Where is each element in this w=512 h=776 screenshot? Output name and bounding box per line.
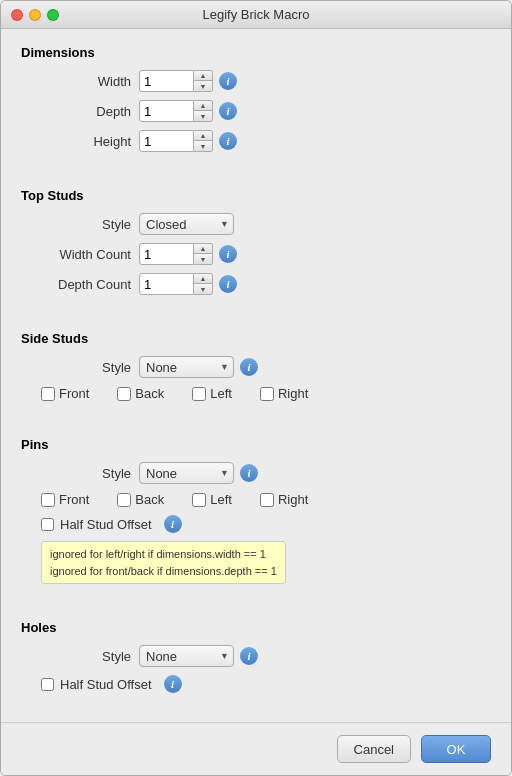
side-studs-style-label: Style bbox=[41, 360, 131, 375]
side-studs-right: Right bbox=[260, 386, 308, 401]
window-title: Legify Brick Macro bbox=[203, 7, 310, 22]
depth-count-down[interactable]: ▼ bbox=[194, 284, 212, 294]
top-studs-style-wrapper[interactable]: Closed Open None ▼ bbox=[139, 213, 234, 235]
pins-half-stud-checkbox[interactable] bbox=[41, 518, 54, 531]
minimize-button[interactable] bbox=[29, 9, 41, 21]
holes-half-stud-info-button[interactable]: i bbox=[164, 675, 182, 693]
height-row: Height ▲ ▼ i bbox=[21, 130, 491, 152]
pins-front: Front bbox=[41, 492, 89, 507]
side-studs-left-checkbox[interactable] bbox=[192, 387, 206, 401]
side-studs-front-checkbox[interactable] bbox=[41, 387, 55, 401]
depth-spinner[interactable]: ▲ ▼ bbox=[139, 100, 213, 122]
width-count-label: Width Count bbox=[41, 247, 131, 262]
pins-half-stud-row: Half Stud Offset i bbox=[21, 515, 491, 533]
maximize-button[interactable] bbox=[47, 9, 59, 21]
height-down[interactable]: ▼ bbox=[194, 141, 212, 151]
cancel-button[interactable]: Cancel bbox=[337, 735, 411, 763]
pins-front-checkbox[interactable] bbox=[41, 493, 55, 507]
section-pins: Pins bbox=[21, 437, 491, 452]
pins-tooltip: ignored for left/right if dimensions.wid… bbox=[41, 541, 286, 584]
pins-back-label: Back bbox=[135, 492, 164, 507]
titlebar-buttons bbox=[11, 9, 59, 21]
pins-left-label: Left bbox=[210, 492, 232, 507]
side-studs-right-label: Right bbox=[278, 386, 308, 401]
pins-half-stud-info-button[interactable]: i bbox=[164, 515, 182, 533]
width-count-row: Width Count ▲ ▼ i bbox=[21, 243, 491, 265]
width-up[interactable]: ▲ bbox=[194, 71, 212, 81]
width-count-spinner[interactable]: ▲ ▼ bbox=[139, 243, 213, 265]
holes-style-label: Style bbox=[41, 649, 131, 664]
holes-half-stud-label: Half Stud Offset bbox=[60, 677, 152, 692]
pins-tooltip-line2: ignored for front/back if dimensions.dep… bbox=[50, 563, 277, 580]
side-studs-style-info-button[interactable]: i bbox=[240, 358, 258, 376]
height-label: Height bbox=[41, 134, 131, 149]
depth-count-info-button[interactable]: i bbox=[219, 275, 237, 293]
holes-style-wrapper[interactable]: None Round Square ▼ bbox=[139, 645, 234, 667]
height-spinner[interactable]: ▲ ▼ bbox=[139, 130, 213, 152]
depth-info-button[interactable]: i bbox=[219, 102, 237, 120]
pins-front-label: Front bbox=[59, 492, 89, 507]
width-count-arrows[interactable]: ▲ ▼ bbox=[194, 243, 213, 265]
side-studs-style-wrapper[interactable]: None Closed Open ▼ bbox=[139, 356, 234, 378]
depth-count-input[interactable] bbox=[139, 273, 194, 295]
pins-right-checkbox[interactable] bbox=[260, 493, 274, 507]
titlebar: Legify Brick Macro bbox=[1, 1, 511, 29]
pins-style-select[interactable]: None Single Double bbox=[139, 462, 234, 484]
pins-left-checkbox[interactable] bbox=[192, 493, 206, 507]
pins-half-stud-label: Half Stud Offset bbox=[60, 517, 152, 532]
width-row: Width ▲ ▼ i bbox=[21, 70, 491, 92]
pins-right-label: Right bbox=[278, 492, 308, 507]
pins-back: Back bbox=[117, 492, 164, 507]
holes-style-row: Style None Round Square ▼ i bbox=[21, 645, 491, 667]
width-down[interactable]: ▼ bbox=[194, 81, 212, 91]
depth-arrows[interactable]: ▲ ▼ bbox=[194, 100, 213, 122]
top-studs-style-row: Style Closed Open None ▼ bbox=[21, 213, 491, 235]
pins-back-checkbox[interactable] bbox=[117, 493, 131, 507]
height-up[interactable]: ▲ bbox=[194, 131, 212, 141]
depth-up[interactable]: ▲ bbox=[194, 101, 212, 111]
top-studs-style-select[interactable]: Closed Open None bbox=[139, 213, 234, 235]
width-count-down[interactable]: ▼ bbox=[194, 254, 212, 264]
section-side-studs: Side Studs bbox=[21, 331, 491, 346]
width-count-info-button[interactable]: i bbox=[219, 245, 237, 263]
depth-label: Depth bbox=[41, 104, 131, 119]
side-studs-style-row: Style None Closed Open ▼ i bbox=[21, 356, 491, 378]
side-studs-left-label: Left bbox=[210, 386, 232, 401]
side-studs-checkbox-group: Front Back Left Right bbox=[41, 386, 491, 401]
height-arrows[interactable]: ▲ ▼ bbox=[194, 130, 213, 152]
depth-count-spinner[interactable]: ▲ ▼ bbox=[139, 273, 213, 295]
window: Legify Brick Macro Dimensions Width ▲ ▼ … bbox=[0, 0, 512, 776]
side-studs-front: Front bbox=[41, 386, 89, 401]
depth-input[interactable] bbox=[139, 100, 194, 122]
side-studs-style-select[interactable]: None Closed Open bbox=[139, 356, 234, 378]
side-studs-right-checkbox[interactable] bbox=[260, 387, 274, 401]
holes-half-stud-checkbox[interactable] bbox=[41, 678, 54, 691]
main-content: Dimensions Width ▲ ▼ i Depth ▲ ▼ i bbox=[1, 29, 511, 722]
holes-style-select[interactable]: None Round Square bbox=[139, 645, 234, 667]
side-studs-front-label: Front bbox=[59, 386, 89, 401]
width-spinner[interactable]: ▲ ▼ bbox=[139, 70, 213, 92]
width-input[interactable] bbox=[139, 70, 194, 92]
height-info-button[interactable]: i bbox=[219, 132, 237, 150]
depth-row: Depth ▲ ▼ i bbox=[21, 100, 491, 122]
pins-style-info-button[interactable]: i bbox=[240, 464, 258, 482]
pins-checkbox-group: Front Back Left Right bbox=[41, 492, 491, 507]
pins-checkboxes: Front Back Left Right bbox=[21, 492, 491, 507]
depth-count-up[interactable]: ▲ bbox=[194, 274, 212, 284]
depth-count-arrows[interactable]: ▲ ▼ bbox=[194, 273, 213, 295]
pins-style-wrapper[interactable]: None Single Double ▼ bbox=[139, 462, 234, 484]
width-count-up[interactable]: ▲ bbox=[194, 244, 212, 254]
ok-button[interactable]: OK bbox=[421, 735, 491, 763]
holes-style-info-button[interactable]: i bbox=[240, 647, 258, 665]
width-arrows[interactable]: ▲ ▼ bbox=[194, 70, 213, 92]
side-studs-back-label: Back bbox=[135, 386, 164, 401]
side-studs-back-checkbox[interactable] bbox=[117, 387, 131, 401]
pins-style-label: Style bbox=[41, 466, 131, 481]
close-button[interactable] bbox=[11, 9, 23, 21]
side-studs-left: Left bbox=[192, 386, 232, 401]
section-holes: Holes bbox=[21, 620, 491, 635]
width-info-button[interactable]: i bbox=[219, 72, 237, 90]
depth-down[interactable]: ▼ bbox=[194, 111, 212, 121]
width-count-input[interactable] bbox=[139, 243, 194, 265]
height-input[interactable] bbox=[139, 130, 194, 152]
